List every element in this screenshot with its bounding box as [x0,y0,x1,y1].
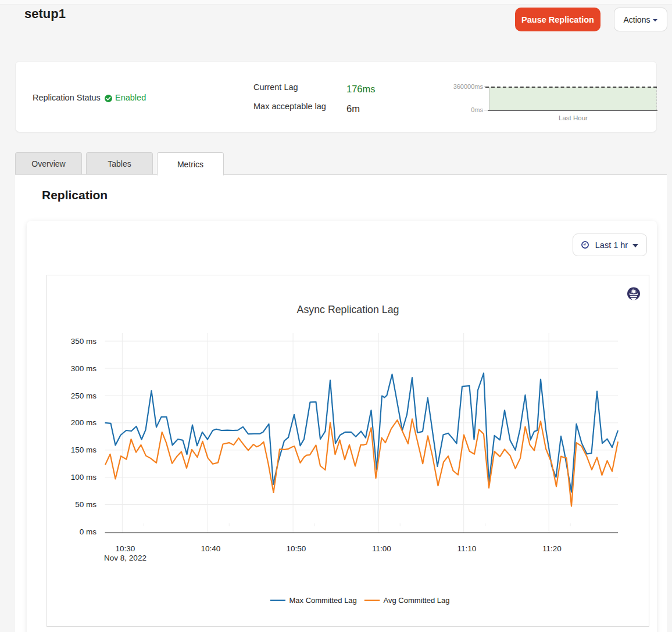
svg-text:200 ms: 200 ms [71,418,97,427]
svg-text:10:40: 10:40 [201,544,221,553]
svg-text:11:10: 11:10 [457,544,477,553]
svg-text:Nov 8, 2022: Nov 8, 2022 [104,554,146,562]
svg-text:50 ms: 50 ms [75,500,96,509]
svg-text:Max Committed Lag: Max Committed Lag [289,596,357,605]
svg-text:250 ms: 250 ms [71,392,97,400]
svg-text:10:50: 10:50 [286,544,306,553]
svg-text:11:00: 11:00 [372,544,391,553]
svg-text:Async Replication Lag: Async Replication Lag [297,304,399,315]
svg-text:11:20: 11:20 [542,544,562,553]
svg-text:Avg Committed Lag: Avg Committed Lag [384,596,450,605]
svg-text:300 ms: 300 ms [71,364,97,373]
svg-text:100 ms: 100 ms [71,473,97,482]
svg-text:0 ms: 0 ms [80,527,97,536]
svg-text:150 ms: 150 ms [71,446,97,454]
svg-text:10:30: 10:30 [116,544,135,553]
svg-text:350 ms: 350 ms [71,337,97,346]
